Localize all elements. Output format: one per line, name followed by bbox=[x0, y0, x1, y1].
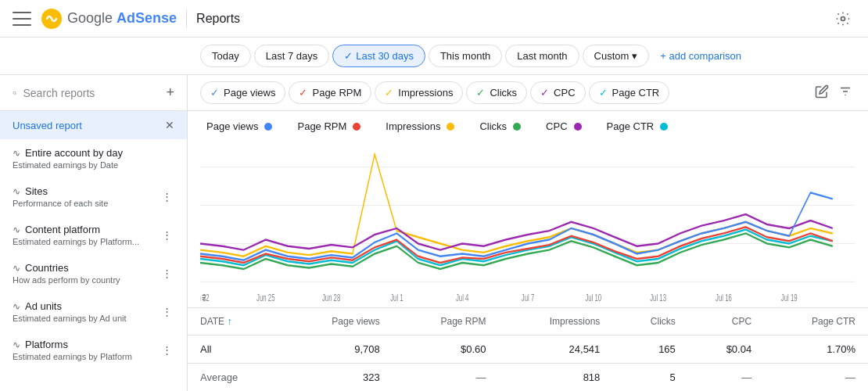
sidebar-item-content-platform-more[interactable]: ⋮ bbox=[159, 228, 174, 243]
x-label-9: Jul 19 bbox=[781, 292, 798, 303]
sidebar-item-ad-units-name: ∿ Ad units bbox=[13, 300, 127, 312]
table-row: All 9,708 $0.60 24,541 165 $0.04 1.70% bbox=[188, 335, 868, 364]
row-avg-impressions: 818 bbox=[499, 364, 613, 392]
report-table: DATE ↑ Page views Page RPM Impressions C… bbox=[188, 308, 868, 391]
col-header-cpc[interactable]: CPC bbox=[688, 308, 764, 335]
legend-impressions-dot bbox=[447, 123, 454, 131]
sidebar-item-platforms-desc: Estimated earnings by Platform bbox=[13, 352, 132, 361]
chevron-down-icon: ▾ bbox=[632, 50, 637, 62]
x-label-8: Jul 16 bbox=[716, 292, 732, 303]
col-header-clicks[interactable]: Clicks bbox=[612, 308, 688, 335]
col-header-pagerpm[interactable]: Page RPM bbox=[393, 308, 499, 335]
sidebar-item-entire-account-info: ∿ Entire account by day Estimated earnin… bbox=[13, 147, 123, 170]
add-report-icon[interactable]: + bbox=[166, 84, 174, 101]
table-row: Average 323 — 818 5 — — bbox=[188, 364, 868, 392]
sidebar-item-content-platform-name: ∿ Content platform bbox=[13, 224, 139, 235]
metric-tab-pagectr-label: Page CTR bbox=[612, 87, 660, 99]
custom-label: Custom bbox=[594, 50, 629, 62]
date-today-button[interactable]: Today bbox=[200, 45, 251, 67]
date-last30-button[interactable]: ✓ Last 30 days bbox=[332, 45, 425, 67]
sidebar-item-platforms-more[interactable]: ⋮ bbox=[159, 343, 174, 358]
date-thismonth-button[interactable]: This month bbox=[429, 45, 502, 67]
svg-line-3 bbox=[16, 94, 16, 95]
search-icon bbox=[13, 86, 16, 100]
search-input[interactable] bbox=[23, 87, 160, 99]
sort-asc-icon: ↑ bbox=[227, 316, 231, 327]
legend-clicks: Clicks bbox=[479, 120, 521, 132]
col-header-impressions[interactable]: Impressions bbox=[499, 308, 613, 335]
add-comparison-button[interactable]: + add comparison bbox=[652, 45, 749, 66]
sidebar-item-ad-units[interactable]: ∿ Ad units Estimated earnings by Ad unit… bbox=[0, 292, 187, 331]
metric-tab-cpc[interactable]: ✓ CPC bbox=[530, 81, 585, 104]
metric-tab-pagerpm[interactable]: ✓ Page RPM bbox=[289, 81, 371, 104]
sidebar-item-countries-name: ∿ Countries bbox=[13, 262, 120, 274]
check-cpc: ✓ bbox=[540, 87, 549, 99]
date-last7-button[interactable]: Last 7 days bbox=[254, 45, 330, 67]
logo-text: Google AdSense bbox=[67, 10, 177, 27]
metric-tab-impressions[interactable]: ✓ Impressions bbox=[375, 81, 463, 104]
legend-pagectr-dot bbox=[660, 123, 668, 131]
col-header-pagectr[interactable]: Page CTR bbox=[764, 308, 868, 335]
row-all-cpc: $0.04 bbox=[688, 335, 764, 364]
legend-impressions: Impressions bbox=[386, 120, 454, 132]
check-pagerpm: ✓ bbox=[299, 87, 307, 99]
sidebar-item-ad-units-desc: Estimated earnings by Ad unit bbox=[13, 314, 127, 323]
sidebar-item-content-platform[interactable]: ∿ Content platform Estimated earnings by… bbox=[0, 216, 187, 254]
legend-pagerpm-label: Page RPM bbox=[297, 120, 346, 132]
edit-metrics-icon[interactable] bbox=[812, 81, 832, 104]
wavy-icon-1: ∿ bbox=[13, 148, 20, 159]
sidebar-item-unsaved[interactable]: Unsaved report ✕ bbox=[0, 111, 187, 139]
filter-icon[interactable] bbox=[835, 81, 855, 104]
unsaved-report-label: Unsaved report bbox=[13, 120, 82, 131]
sidebar-item-countries-info: ∿ Countries How ads perform by country bbox=[13, 262, 120, 285]
metric-tab-pagectr[interactable]: ✓ Page CTR bbox=[589, 81, 670, 104]
sidebar-item-sites[interactable]: ∿ Sites Performance of each site ⋮ bbox=[0, 178, 187, 216]
sidebar-item-sites-name: ∿ Sites bbox=[13, 185, 108, 197]
x-label-7: Jul 13 bbox=[650, 292, 666, 303]
metric-tab-clicks-label: Clicks bbox=[490, 87, 517, 99]
date-custom-button[interactable]: Custom ▾ bbox=[583, 45, 650, 67]
sidebar-item-ad-units-more[interactable]: ⋮ bbox=[159, 304, 174, 320]
row-all-pagectr: 1.70% bbox=[764, 335, 868, 364]
x-label-2: Jun 28 bbox=[322, 292, 340, 303]
date-filter-bar: Today Last 7 days ✓ Last 30 days This mo… bbox=[0, 38, 868, 75]
report-area: ✓ Page views ✓ Page RPM ✓ Impressions ✓ … bbox=[188, 75, 868, 391]
topbar: Google AdSense Reports bbox=[0, 0, 868, 38]
check-pagectr: ✓ bbox=[599, 87, 608, 99]
legend-cpc-label: CPC bbox=[546, 120, 567, 132]
add-comparison-label: + add comparison bbox=[660, 50, 741, 62]
x-label-4: Jul 4 bbox=[456, 292, 468, 303]
check-impressions: ✓ bbox=[385, 87, 393, 99]
row-all-clicks: 165 bbox=[612, 335, 688, 364]
col-header-pageviews[interactable]: Page views bbox=[282, 308, 393, 335]
legend-pagectr-label: Page CTR bbox=[607, 120, 655, 132]
date-lastmonth-button[interactable]: Last month bbox=[505, 45, 579, 67]
sidebar-item-entire-account[interactable]: ∿ Entire account by day Estimated earnin… bbox=[0, 139, 187, 178]
metric-tab-clicks[interactable]: ✓ Clicks bbox=[466, 81, 527, 104]
sidebar-item-sites-more[interactable]: ⋮ bbox=[159, 189, 174, 205]
metric-tab-pageviews[interactable]: ✓ Page views bbox=[200, 81, 285, 104]
check-mark: ✓ bbox=[344, 50, 353, 62]
menu-icon[interactable] bbox=[13, 9, 31, 28]
metric-tab-pagerpm-label: Page RPM bbox=[312, 87, 361, 99]
date-last30-label: Last 30 days bbox=[356, 50, 414, 62]
settings-icon[interactable] bbox=[830, 6, 855, 31]
sidebar-item-sites-desc: Performance of each site bbox=[13, 199, 108, 208]
row-avg-clicks: 5 bbox=[612, 364, 688, 392]
sidebar-item-countries-more[interactable]: ⋮ bbox=[159, 266, 174, 282]
check-clicks: ✓ bbox=[476, 87, 485, 99]
metric-tab-cpc-label: CPC bbox=[554, 87, 575, 99]
sidebar-item-platforms[interactable]: ∿ Platforms Estimated earnings by Platfo… bbox=[0, 331, 187, 369]
close-icon[interactable]: ✕ bbox=[165, 119, 174, 131]
adsense-logo-icon bbox=[41, 8, 63, 30]
legend-pagerpm-dot bbox=[353, 123, 360, 131]
row-avg-pagerpm: — bbox=[393, 364, 499, 392]
row-avg-label: Average bbox=[188, 364, 282, 392]
line-chart: Jun 22 Jun 25 Jun 28 Jul 1 Jul 4 Jul 7 J… bbox=[200, 142, 855, 307]
x-label-3: Jul 1 bbox=[390, 292, 403, 303]
col-header-date[interactable]: DATE ↑ bbox=[188, 308, 282, 335]
row-avg-cpc: — bbox=[688, 364, 764, 392]
sidebar-item-countries[interactable]: ∿ Countries How ads perform by country ⋮ bbox=[0, 254, 187, 292]
wavy-icon-2: ∿ bbox=[13, 186, 20, 197]
row-all-label: All bbox=[188, 335, 282, 364]
